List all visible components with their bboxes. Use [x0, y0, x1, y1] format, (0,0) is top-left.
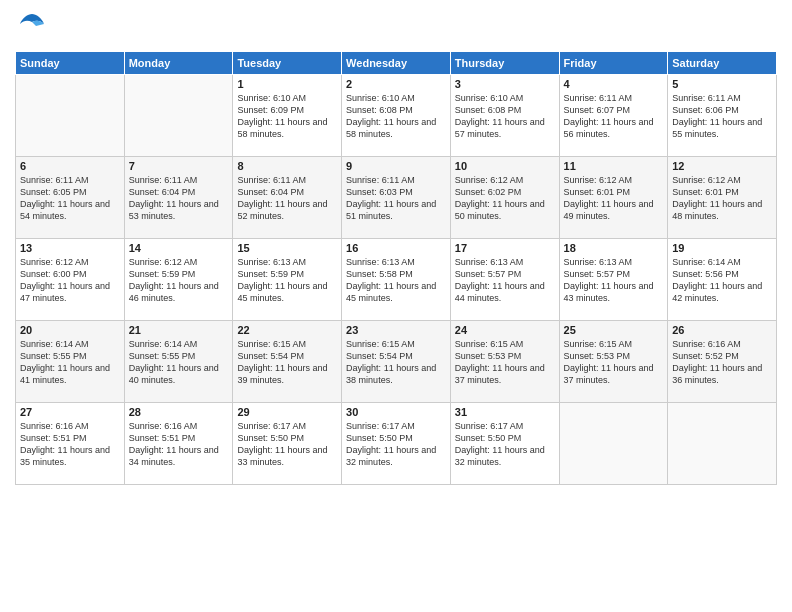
day-number: 4 [564, 78, 664, 90]
day-info: Sunrise: 6:11 AM Sunset: 6:03 PM Dayligh… [346, 174, 446, 223]
day-info: Sunrise: 6:15 AM Sunset: 5:53 PM Dayligh… [564, 338, 664, 387]
week-row-4: 20Sunrise: 6:14 AM Sunset: 5:55 PM Dayli… [16, 320, 777, 402]
day-info: Sunrise: 6:13 AM Sunset: 5:57 PM Dayligh… [564, 256, 664, 305]
day-cell: 2Sunrise: 6:10 AM Sunset: 6:08 PM Daylig… [342, 74, 451, 156]
day-number: 26 [672, 324, 772, 336]
weekday-header-wednesday: Wednesday [342, 51, 451, 74]
day-cell: 25Sunrise: 6:15 AM Sunset: 5:53 PM Dayli… [559, 320, 668, 402]
day-number: 27 [20, 406, 120, 418]
day-info: Sunrise: 6:14 AM Sunset: 5:55 PM Dayligh… [129, 338, 229, 387]
day-number: 7 [129, 160, 229, 172]
day-cell: 9Sunrise: 6:11 AM Sunset: 6:03 PM Daylig… [342, 156, 451, 238]
week-row-5: 27Sunrise: 6:16 AM Sunset: 5:51 PM Dayli… [16, 402, 777, 484]
day-cell: 31Sunrise: 6:17 AM Sunset: 5:50 PM Dayli… [450, 402, 559, 484]
weekday-header-thursday: Thursday [450, 51, 559, 74]
day-number: 28 [129, 406, 229, 418]
day-number: 15 [237, 242, 337, 254]
day-cell [124, 74, 233, 156]
day-cell: 3Sunrise: 6:10 AM Sunset: 6:08 PM Daylig… [450, 74, 559, 156]
day-info: Sunrise: 6:17 AM Sunset: 5:50 PM Dayligh… [237, 420, 337, 469]
day-info: Sunrise: 6:13 AM Sunset: 5:58 PM Dayligh… [346, 256, 446, 305]
day-number: 3 [455, 78, 555, 90]
day-cell: 17Sunrise: 6:13 AM Sunset: 5:57 PM Dayli… [450, 238, 559, 320]
day-number: 10 [455, 160, 555, 172]
day-cell: 22Sunrise: 6:15 AM Sunset: 5:54 PM Dayli… [233, 320, 342, 402]
logo [15, 10, 46, 43]
day-number: 8 [237, 160, 337, 172]
day-info: Sunrise: 6:14 AM Sunset: 5:56 PM Dayligh… [672, 256, 772, 305]
day-number: 5 [672, 78, 772, 90]
day-number: 2 [346, 78, 446, 90]
page: SundayMondayTuesdayWednesdayThursdayFrid… [0, 0, 792, 612]
weekday-header-saturday: Saturday [668, 51, 777, 74]
day-cell [668, 402, 777, 484]
day-number: 18 [564, 242, 664, 254]
day-cell: 15Sunrise: 6:13 AM Sunset: 5:59 PM Dayli… [233, 238, 342, 320]
day-info: Sunrise: 6:17 AM Sunset: 5:50 PM Dayligh… [346, 420, 446, 469]
day-cell: 11Sunrise: 6:12 AM Sunset: 6:01 PM Dayli… [559, 156, 668, 238]
day-number: 20 [20, 324, 120, 336]
day-cell: 1Sunrise: 6:10 AM Sunset: 6:09 PM Daylig… [233, 74, 342, 156]
day-cell: 16Sunrise: 6:13 AM Sunset: 5:58 PM Dayli… [342, 238, 451, 320]
day-cell: 18Sunrise: 6:13 AM Sunset: 5:57 PM Dayli… [559, 238, 668, 320]
day-info: Sunrise: 6:11 AM Sunset: 6:07 PM Dayligh… [564, 92, 664, 141]
day-cell: 7Sunrise: 6:11 AM Sunset: 6:04 PM Daylig… [124, 156, 233, 238]
weekday-header-row: SundayMondayTuesdayWednesdayThursdayFrid… [16, 51, 777, 74]
day-number: 19 [672, 242, 772, 254]
day-info: Sunrise: 6:11 AM Sunset: 6:05 PM Dayligh… [20, 174, 120, 223]
day-info: Sunrise: 6:12 AM Sunset: 6:01 PM Dayligh… [672, 174, 772, 223]
weekday-header-friday: Friday [559, 51, 668, 74]
day-info: Sunrise: 6:15 AM Sunset: 5:53 PM Dayligh… [455, 338, 555, 387]
day-info: Sunrise: 6:11 AM Sunset: 6:06 PM Dayligh… [672, 92, 772, 141]
day-cell: 20Sunrise: 6:14 AM Sunset: 5:55 PM Dayli… [16, 320, 125, 402]
day-cell [559, 402, 668, 484]
day-number: 29 [237, 406, 337, 418]
day-info: Sunrise: 6:10 AM Sunset: 6:08 PM Dayligh… [455, 92, 555, 141]
day-cell: 19Sunrise: 6:14 AM Sunset: 5:56 PM Dayli… [668, 238, 777, 320]
day-number: 17 [455, 242, 555, 254]
day-info: Sunrise: 6:10 AM Sunset: 6:09 PM Dayligh… [237, 92, 337, 141]
day-info: Sunrise: 6:15 AM Sunset: 5:54 PM Dayligh… [237, 338, 337, 387]
day-number: 9 [346, 160, 446, 172]
day-info: Sunrise: 6:16 AM Sunset: 5:52 PM Dayligh… [672, 338, 772, 387]
day-info: Sunrise: 6:12 AM Sunset: 5:59 PM Dayligh… [129, 256, 229, 305]
day-cell: 30Sunrise: 6:17 AM Sunset: 5:50 PM Dayli… [342, 402, 451, 484]
day-number: 12 [672, 160, 772, 172]
day-cell: 5Sunrise: 6:11 AM Sunset: 6:06 PM Daylig… [668, 74, 777, 156]
day-info: Sunrise: 6:12 AM Sunset: 6:01 PM Dayligh… [564, 174, 664, 223]
day-cell: 4Sunrise: 6:11 AM Sunset: 6:07 PM Daylig… [559, 74, 668, 156]
day-cell: 24Sunrise: 6:15 AM Sunset: 5:53 PM Dayli… [450, 320, 559, 402]
day-info: Sunrise: 6:10 AM Sunset: 6:08 PM Dayligh… [346, 92, 446, 141]
day-info: Sunrise: 6:12 AM Sunset: 6:00 PM Dayligh… [20, 256, 120, 305]
logo-line1 [15, 10, 46, 43]
day-number: 23 [346, 324, 446, 336]
day-cell [16, 74, 125, 156]
day-number: 1 [237, 78, 337, 90]
day-info: Sunrise: 6:15 AM Sunset: 5:54 PM Dayligh… [346, 338, 446, 387]
day-number: 21 [129, 324, 229, 336]
day-cell: 27Sunrise: 6:16 AM Sunset: 5:51 PM Dayli… [16, 402, 125, 484]
calendar-table: SundayMondayTuesdayWednesdayThursdayFrid… [15, 51, 777, 485]
day-number: 30 [346, 406, 446, 418]
day-cell: 23Sunrise: 6:15 AM Sunset: 5:54 PM Dayli… [342, 320, 451, 402]
day-cell: 29Sunrise: 6:17 AM Sunset: 5:50 PM Dayli… [233, 402, 342, 484]
day-cell: 8Sunrise: 6:11 AM Sunset: 6:04 PM Daylig… [233, 156, 342, 238]
day-number: 6 [20, 160, 120, 172]
day-info: Sunrise: 6:11 AM Sunset: 6:04 PM Dayligh… [237, 174, 337, 223]
week-row-3: 13Sunrise: 6:12 AM Sunset: 6:00 PM Dayli… [16, 238, 777, 320]
day-info: Sunrise: 6:13 AM Sunset: 5:59 PM Dayligh… [237, 256, 337, 305]
day-info: Sunrise: 6:11 AM Sunset: 6:04 PM Dayligh… [129, 174, 229, 223]
day-info: Sunrise: 6:16 AM Sunset: 5:51 PM Dayligh… [129, 420, 229, 469]
header [15, 10, 777, 43]
day-cell: 28Sunrise: 6:16 AM Sunset: 5:51 PM Dayli… [124, 402, 233, 484]
day-number: 14 [129, 242, 229, 254]
day-cell: 13Sunrise: 6:12 AM Sunset: 6:00 PM Dayli… [16, 238, 125, 320]
weekday-header-tuesday: Tuesday [233, 51, 342, 74]
day-cell: 6Sunrise: 6:11 AM Sunset: 6:05 PM Daylig… [16, 156, 125, 238]
week-row-1: 1Sunrise: 6:10 AM Sunset: 6:09 PM Daylig… [16, 74, 777, 156]
day-number: 13 [20, 242, 120, 254]
day-cell: 10Sunrise: 6:12 AM Sunset: 6:02 PM Dayli… [450, 156, 559, 238]
day-cell: 12Sunrise: 6:12 AM Sunset: 6:01 PM Dayli… [668, 156, 777, 238]
day-info: Sunrise: 6:17 AM Sunset: 5:50 PM Dayligh… [455, 420, 555, 469]
weekday-header-sunday: Sunday [16, 51, 125, 74]
